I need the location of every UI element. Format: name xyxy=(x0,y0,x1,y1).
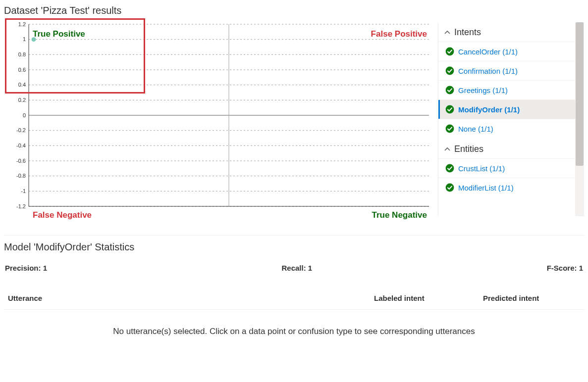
entities-header[interactable]: Entities xyxy=(438,138,575,158)
intents-header[interactable]: Intents xyxy=(438,22,575,42)
intent-item-confirmation[interactable]: Confirmation (1/1) xyxy=(438,61,575,80)
svg-point-33 xyxy=(446,125,454,133)
col-predicted-intent[interactable]: Predicted intent xyxy=(483,294,582,302)
scrollbar-thumb[interactable] xyxy=(576,22,584,166)
svg-text:-1.2: -1.2 xyxy=(16,203,26,209)
check-circle-icon xyxy=(445,105,454,114)
stats-title: Model 'ModifyOrder' Statistics xyxy=(4,241,584,253)
intent-item-greetings[interactable]: Greetings (1/1) xyxy=(438,80,575,99)
svg-text:1: 1 xyxy=(23,36,26,42)
utterance-table-header: Utterance Labeled intent Predicted inten… xyxy=(4,289,584,310)
intent-label: Confirmation (1/1) xyxy=(458,67,518,75)
intent-item-cancelorder[interactable]: CancelOrder (1/1) xyxy=(438,42,575,61)
intent-label: None (1/1) xyxy=(458,125,493,133)
svg-point-34 xyxy=(446,164,454,173)
chevron-up-icon xyxy=(444,146,450,152)
sidebar: Intents CancelOrder (1/1) Confirmation (… xyxy=(438,22,584,216)
svg-point-31 xyxy=(446,86,454,95)
entity-label: ModifierList (1/1) xyxy=(458,184,514,192)
dataset-title: Dataset 'Pizza Test' results xyxy=(4,5,584,16)
svg-point-35 xyxy=(446,184,454,192)
check-circle-icon xyxy=(445,164,454,173)
check-circle-icon xyxy=(445,124,454,133)
svg-text:0.6: 0.6 xyxy=(18,67,26,73)
intents-header-label: Intents xyxy=(454,27,481,38)
intent-label: CancelOrder (1/1) xyxy=(458,48,518,56)
col-labeled-intent[interactable]: Labeled intent xyxy=(374,294,483,302)
sidebar-scrollbar[interactable] xyxy=(575,22,584,216)
svg-text:-0.2: -0.2 xyxy=(16,127,26,133)
check-circle-icon xyxy=(445,47,454,56)
data-point[interactable] xyxy=(32,37,36,42)
entities-header-label: Entities xyxy=(454,144,483,154)
svg-text:-1: -1 xyxy=(21,188,26,194)
svg-text:0.2: 0.2 xyxy=(18,97,26,103)
check-circle-icon xyxy=(445,86,454,95)
precision-value: Precision: 1 xyxy=(5,264,47,272)
svg-text:0.4: 0.4 xyxy=(18,82,26,88)
intent-label: Greetings (1/1) xyxy=(458,86,508,95)
entity-label: CrustList (1/1) xyxy=(458,164,505,173)
divider xyxy=(4,235,584,236)
entity-item-modifierlist[interactable]: ModifierList (1/1) xyxy=(438,178,575,197)
entity-item-crustlist[interactable]: CrustList (1/1) xyxy=(438,158,575,178)
recall-value: Recall: 1 xyxy=(281,264,312,272)
chart-svg: 1.2 1 0.8 0.6 0.4 0.2 0 -0.2 -0.4 -0.6 -… xyxy=(4,22,430,225)
fscore-value: F-Score: 1 xyxy=(547,264,583,272)
intent-item-none[interactable]: None (1/1) xyxy=(438,119,575,138)
check-circle-icon xyxy=(445,66,454,75)
svg-point-32 xyxy=(446,105,454,114)
svg-text:-0.8: -0.8 xyxy=(16,173,26,179)
svg-text:0.8: 0.8 xyxy=(18,51,26,57)
stats-row: Precision: 1 Recall: 1 F-Score: 1 xyxy=(4,262,584,284)
check-circle-icon xyxy=(445,183,454,192)
svg-point-29 xyxy=(446,48,454,56)
no-selection-message: No utterance(s) selected. Click on a dat… xyxy=(4,310,584,353)
intent-label: ModifyOrder (1/1) xyxy=(458,105,520,114)
col-utterance[interactable]: Utterance xyxy=(8,294,374,302)
svg-text:-0.6: -0.6 xyxy=(16,158,26,164)
confusion-chart[interactable]: 1.2 1 0.8 0.6 0.4 0.2 0 -0.2 -0.4 -0.6 -… xyxy=(4,22,430,225)
svg-text:1.2: 1.2 xyxy=(18,22,26,27)
intent-item-modifyorder[interactable]: ModifyOrder (1/1) xyxy=(438,99,575,119)
svg-text:-0.4: -0.4 xyxy=(16,143,26,148)
chevron-up-icon xyxy=(444,30,450,36)
svg-point-30 xyxy=(446,67,454,75)
svg-text:0: 0 xyxy=(23,112,26,118)
